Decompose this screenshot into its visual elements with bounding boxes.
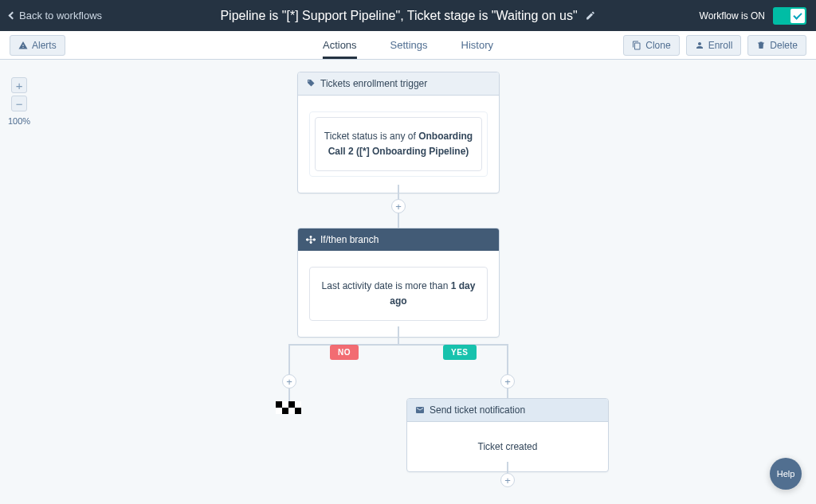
clone-button[interactable]: Clone	[623, 35, 679, 56]
trigger-prefix: Ticket status	[324, 131, 378, 142]
tab-history[interactable]: History	[461, 31, 493, 59]
connector-line	[507, 389, 508, 398]
workflow-title: Pipeline is "[*] Support Pipeline", Tick…	[220, 9, 577, 23]
trigger-header: Tickets enrollment trigger	[298, 72, 499, 96]
clone-icon	[632, 41, 641, 50]
trash-icon	[756, 41, 766, 50]
workflow-canvas[interactable]: + − 100% Tickets enrollment trigger Tick…	[0, 60, 816, 504]
branch-mid: is more than	[393, 280, 451, 291]
workflow-title-wrap: Pipeline is "[*] Support Pipeline", Tick…	[220, 9, 595, 23]
notification-header-label: Send ticket notification	[430, 404, 525, 416]
delete-label: Delete	[770, 40, 798, 51]
workflow-toggle[interactable]	[773, 7, 806, 25]
back-to-workflows-link[interactable]: Back to workflows	[10, 10, 102, 21]
trigger-header-label: Tickets enrollment trigger	[320, 78, 427, 89]
connector-line	[398, 185, 399, 199]
connector-line	[507, 462, 508, 473]
enroll-icon	[695, 41, 704, 50]
notification-header: Send ticket notification	[407, 399, 608, 422]
zoom-out-button[interactable]: −	[11, 96, 27, 111]
branch-criteria: Last activity date is more than 1 day ag…	[309, 267, 488, 321]
add-action-after-notify-button[interactable]: +	[500, 473, 515, 487]
branch-prefix: Last activity date	[322, 280, 393, 291]
clone-label: Clone	[645, 40, 670, 51]
enroll-button[interactable]: Enroll	[686, 35, 742, 56]
branch-header: If/then branch	[298, 229, 499, 251]
check-icon	[793, 10, 802, 19]
add-action-button[interactable]: +	[391, 199, 406, 213]
branch-body: Last activity date is more than 1 day ag…	[298, 251, 499, 337]
connector-line	[507, 344, 508, 374]
zoom-level-label: 100%	[8, 116, 30, 126]
branch-no-label: NO	[330, 345, 359, 360]
help-button[interactable]: Help	[770, 458, 802, 490]
tabs: Actions Settings History	[323, 31, 493, 59]
trigger-mid: is any of	[378, 131, 418, 142]
tab-actions[interactable]: Actions	[323, 31, 357, 59]
connector-line	[288, 389, 290, 401]
zoom-in-button[interactable]: +	[11, 77, 27, 93]
tag-icon	[306, 79, 316, 88]
connector-line	[288, 344, 290, 374]
enroll-label: Enroll	[708, 40, 733, 51]
branch-header-label: If/then branch	[320, 234, 379, 245]
header-right: Workflow is ON	[700, 7, 806, 25]
right-buttons: Clone Enroll Delete	[623, 35, 806, 56]
add-action-yes-button[interactable]: +	[500, 374, 515, 389]
app-header: Back to workflows Pipeline is "[*] Suppo…	[0, 0, 816, 31]
add-action-no-button[interactable]: +	[282, 374, 296, 389]
toggle-knob	[790, 9, 805, 23]
alerts-button[interactable]: Alerts	[10, 35, 65, 56]
branch-icon	[306, 235, 316, 244]
back-label: Back to workflows	[19, 10, 102, 21]
zoom-controls: + − 100%	[8, 77, 30, 126]
branch-node[interactable]: If/then branch Last activity date is mor…	[297, 228, 500, 338]
mail-icon	[415, 405, 425, 415]
workflow-status-label: Workflow is ON	[700, 10, 765, 21]
branch-yes-label: YES	[443, 345, 477, 360]
sub-toolbar: Alerts Actions Settings History Clone En…	[0, 31, 816, 60]
delete-button[interactable]: Delete	[747, 35, 806, 56]
trigger-body: Ticket status is any of Onboarding Call …	[298, 96, 499, 193]
edit-title-icon[interactable]	[586, 10, 596, 21]
connector-line	[398, 326, 399, 344]
finish-flag-icon	[276, 401, 301, 417]
tab-settings[interactable]: Settings	[390, 31, 428, 59]
alerts-label: Alerts	[32, 40, 57, 51]
connector-line	[398, 213, 399, 228]
trigger-node[interactable]: Tickets enrollment trigger Ticket status…	[297, 72, 500, 193]
warning-icon	[18, 41, 28, 50]
chevron-left-icon	[9, 12, 17, 20]
trigger-criteria: Ticket status is any of Onboarding Call …	[315, 117, 482, 171]
